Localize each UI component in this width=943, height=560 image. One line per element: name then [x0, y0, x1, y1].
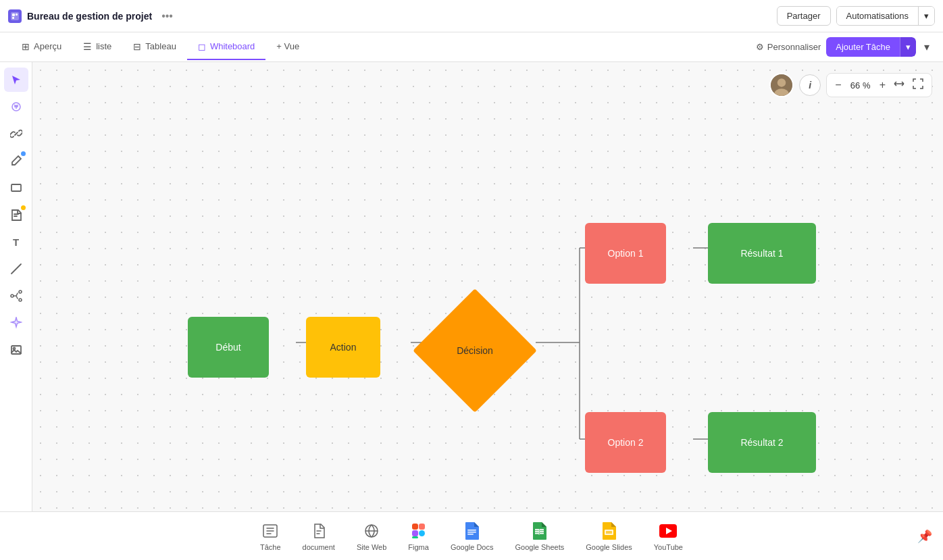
node-resultat1[interactable]: Résultat 1 — [708, 223, 816, 284]
tool-sparkle[interactable] — [4, 311, 28, 335]
tab-tableau[interactable]: ⊟ Tableau — [122, 34, 187, 60]
bottombar-item-gsheets[interactable]: Google Sheets — [515, 521, 564, 551]
youtube-label: YouTube — [654, 543, 683, 551]
liste-icon: ☰ — [83, 41, 92, 52]
node-decision[interactable]: Décision — [421, 297, 529, 405]
project-title: Bureau de gestion de projet — [27, 11, 152, 22]
tool-link[interactable] — [4, 122, 28, 146]
automatisations-chevron[interactable]: ▾ — [918, 7, 934, 25]
whiteboard-icon: ◻ — [198, 41, 206, 52]
bottombar: Tâche document Site Web Figma — [0, 511, 943, 560]
tab-vue[interactable]: + Vue — [265, 34, 310, 59]
top-controls: i − 66 % + — [769, 73, 932, 97]
info-button[interactable]: i — [799, 74, 821, 96]
node-debut[interactable]: Début — [188, 317, 269, 378]
svg-rect-35 — [540, 531, 544, 532]
siteweb-icon — [362, 521, 381, 540]
automatisations-wrap: Automatisations ▾ — [836, 6, 936, 26]
zoom-value: 66 % — [847, 80, 874, 91]
svg-rect-42 — [606, 531, 612, 534]
info-icon: i — [809, 80, 811, 91]
svg-rect-0 — [11, 12, 19, 20]
document-label: document — [303, 543, 335, 551]
apercu-icon: ⊞ — [22, 41, 30, 52]
ajouter-tache-wrap: Ajouter Tâche ▾ — [826, 37, 916, 57]
bottombar-item-tache[interactable]: Tâche — [260, 521, 281, 551]
fullscreen-button[interactable] — [910, 77, 926, 93]
tool-text[interactable]: T — [4, 230, 28, 254]
tool-image[interactable] — [4, 338, 28, 362]
svg-rect-26 — [412, 530, 418, 536]
tab-vue-label: + Vue — [276, 41, 299, 51]
gslides-label: Google Slides — [586, 543, 632, 551]
tab-whiteboard-label: Whiteboard — [210, 41, 255, 51]
tool-note[interactable] — [4, 203, 28, 227]
personnaliser-button[interactable]: ⚙ Personnaliser — [756, 42, 821, 52]
bottombar-item-siteweb[interactable]: Site Web — [357, 521, 386, 551]
ajouter-tache-button[interactable]: Ajouter Tâche — [826, 37, 900, 57]
bottombar-item-gslides[interactable]: Google Slides — [586, 521, 632, 551]
zoom-in-button[interactable]: + — [877, 78, 888, 93]
svg-point-7 — [19, 290, 22, 293]
gsheets-icon — [530, 521, 549, 540]
youtube-icon — [659, 521, 678, 540]
bottombar-item-youtube[interactable]: YouTube — [654, 521, 683, 551]
svg-point-12 — [778, 78, 786, 86]
whiteboard-canvas[interactable]: i − 66 % + — [32, 62, 943, 511]
expand-nav-button[interactable]: ▾ — [921, 38, 932, 56]
partager-button[interactable]: Partager — [777, 6, 831, 26]
user-avatar[interactable] — [769, 73, 794, 97]
gdocs-icon — [463, 521, 482, 540]
gsheets-label: Google Sheets — [515, 543, 564, 551]
tool-cursor[interactable] — [4, 68, 28, 92]
tableau-icon: ⊟ — [133, 41, 141, 52]
more-button[interactable]: ••• — [157, 9, 177, 24]
svg-rect-30 — [467, 532, 476, 533]
tool-pen[interactable] — [4, 149, 28, 173]
tache-icon — [261, 521, 280, 540]
tab-apercu[interactable]: ⊞ Aperçu — [11, 34, 72, 60]
tab-liste-label: liste — [96, 41, 111, 51]
automatisations-button[interactable]: Automatisations — [837, 7, 919, 25]
tab-liste[interactable]: ☰ liste — [72, 34, 122, 60]
node-resultat2[interactable]: Résultat 2 — [708, 412, 816, 473]
navtabs: ⊞ Aperçu ☰ liste ⊟ Tableau ◻ Whiteboard … — [0, 32, 943, 62]
tab-apercu-label: Aperçu — [34, 41, 61, 51]
pen-dot — [21, 151, 26, 156]
topbar-left: Bureau de gestion de projet ••• — [8, 9, 177, 24]
decision-diamond-shape — [413, 288, 537, 413]
ajouter-tache-chevron[interactable]: ▾ — [900, 37, 916, 57]
tool-magic[interactable] — [4, 95, 28, 119]
zoom-bar: − 66 % + — [826, 73, 932, 97]
svg-point-8 — [19, 299, 22, 301]
note-dot — [21, 205, 26, 210]
svg-rect-3 — [12, 17, 14, 19]
svg-rect-29 — [467, 530, 476, 531]
zoom-out-button[interactable]: − — [832, 78, 844, 93]
fit-width-button[interactable] — [891, 77, 907, 93]
gear-icon: ⚙ — [756, 42, 764, 52]
svg-rect-37 — [540, 533, 544, 534]
bottombar-item-gdocs[interactable]: Google Docs — [451, 521, 494, 551]
tab-whiteboard[interactable]: ◻ Whiteboard — [187, 34, 265, 60]
svg-rect-1 — [12, 14, 15, 16]
navtabs-left: ⊞ Aperçu ☰ liste ⊟ Tableau ◻ Whiteboard … — [11, 34, 310, 60]
tab-tableau-label: Tableau — [145, 41, 176, 51]
svg-rect-32 — [535, 529, 539, 530]
navtabs-right: ⚙ Personnaliser Ajouter Tâche ▾ ▾ — [756, 37, 932, 57]
bottombar-item-figma[interactable]: Figma — [408, 521, 429, 551]
app-icon — [8, 9, 22, 23]
pin-button[interactable]: 📌 — [917, 529, 932, 544]
node-option2[interactable]: Option 2 — [585, 412, 666, 473]
topbar: Bureau de gestion de projet ••• Partager… — [0, 0, 943, 32]
tool-rect[interactable] — [4, 176, 28, 200]
main-area: T i − 66 % + — [0, 62, 943, 511]
bottombar-item-document[interactable]: document — [303, 521, 335, 551]
node-action[interactable]: Action — [306, 317, 380, 378]
tool-connect[interactable] — [4, 284, 28, 308]
tool-line[interactable] — [4, 257, 28, 281]
svg-rect-5 — [11, 184, 21, 191]
siteweb-label: Site Web — [357, 543, 386, 551]
gdocs-label: Google Docs — [451, 543, 494, 551]
node-option1[interactable]: Option 1 — [585, 223, 666, 284]
